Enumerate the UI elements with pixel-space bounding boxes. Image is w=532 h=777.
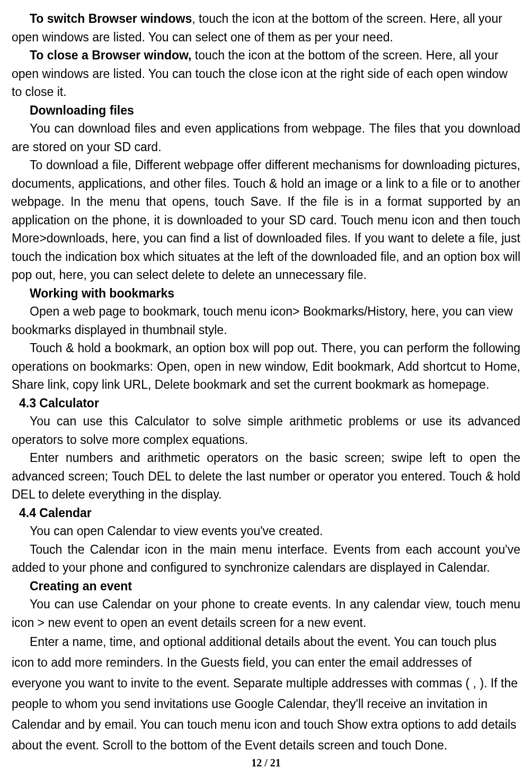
paragraph-switch-windows: To switch Browser windows, touch the ico… (12, 10, 520, 46)
section-heading-calendar: 4.4 Calendar (12, 504, 520, 522)
heading-bookmarks: Working with bookmarks (12, 284, 520, 303)
section-heading-calculator: 4.3 Calculator (12, 394, 520, 413)
paragraph-calendar-open: You can open Calendar to view events you… (12, 522, 520, 540)
bold-lead: To close a Browser window, (30, 48, 191, 62)
paragraph-event-details: Enter a name, time, and optional additio… (12, 632, 520, 756)
paragraph-bookmarks-open: Open a web page to bookmark, touch menu … (12, 302, 520, 339)
paragraph-event-create: You can use Calendar on your phone to cr… (12, 595, 520, 632)
paragraph-close-window: To close a Browser window, touch the ico… (12, 46, 520, 101)
paragraph-download-intro: You can download files and even applicat… (12, 119, 520, 156)
heading-creating-event: Creating an event (12, 577, 520, 596)
bold-lead: To switch Browser windows (30, 12, 192, 25)
paragraph-calendar-sync: Touch the Calendar icon in the main menu… (12, 540, 520, 577)
paragraph-download-detail: To download a file, Different webpage of… (12, 156, 520, 284)
document-page: To switch Browser windows, touch the ico… (0, 0, 532, 777)
paragraph-calc-detail: Enter numbers and arithmetic operators o… (12, 449, 520, 504)
paragraph-bookmarks-ops: Touch & hold a bookmark, an option box w… (12, 339, 520, 394)
heading-downloading-files: Downloading files (12, 101, 520, 120)
paragraph-calc-intro: You can use this Calculator to solve sim… (12, 412, 520, 449)
page-number: 12 / 21 (0, 755, 532, 771)
